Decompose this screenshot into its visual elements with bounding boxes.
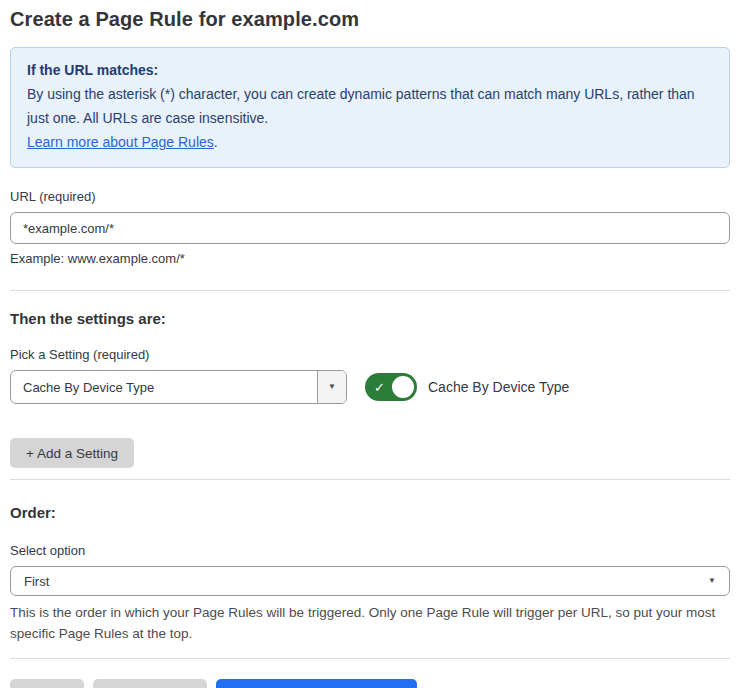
save-and-deploy-button[interactable]: Save and Deploy Page Rule [216, 679, 418, 688]
pick-setting-label: Pick a Setting (required) [10, 347, 730, 362]
order-helper-text: This is the order in which your Page Rul… [10, 602, 726, 644]
url-example-helper: Example: www.example.com/* [10, 251, 730, 266]
footer-divider [10, 658, 730, 659]
link-period: . [214, 134, 218, 150]
url-input[interactable] [10, 212, 730, 244]
add-setting-button[interactable]: + Add a Setting [10, 438, 134, 468]
toggle-knob [390, 374, 416, 400]
order-select-label: Select option [10, 543, 730, 558]
setting-select-value: Cache By Device Type [11, 371, 317, 403]
order-select-value: First [24, 574, 708, 589]
cache-by-device-toggle[interactable]: ✓ [365, 373, 417, 401]
check-icon: ✓ [374, 381, 385, 394]
section-divider [10, 290, 730, 291]
url-matches-info-box: If the URL matches: By using the asteris… [10, 47, 730, 168]
chevron-down-icon: ▼ [328, 383, 336, 391]
chevron-down-icon: ▼ [708, 577, 716, 585]
order-select[interactable]: First ▼ [10, 566, 730, 596]
save-as-draft-button[interactable]: Save as Draft [93, 679, 207, 688]
info-box-heading: If the URL matches: [27, 58, 713, 82]
setting-select-arrow-button[interactable]: ▼ [317, 371, 346, 403]
toggle-label: Cache By Device Type [428, 379, 569, 395]
order-section-heading: Order: [10, 504, 730, 521]
info-box-body: By using the asterisk (*) character, you… [27, 82, 713, 130]
info-box-link-line: Learn more about Page Rules. [27, 130, 713, 154]
page-title: Create a Page Rule for example.com [10, 8, 730, 31]
cancel-button[interactable]: Cancel [10, 679, 84, 688]
url-field-label: URL (required) [10, 189, 730, 204]
footer-buttons: Cancel Save as Draft Save and Deploy Pag… [10, 679, 730, 688]
settings-section-heading: Then the settings are: [10, 310, 730, 327]
learn-more-link[interactable]: Learn more about Page Rules [27, 134, 214, 150]
page-rule-form: Create a Page Rule for example.com If th… [0, 0, 750, 688]
setting-row: Cache By Device Type ▼ ✓ Cache By Device… [10, 370, 730, 404]
setting-select[interactable]: Cache By Device Type ▼ [10, 370, 347, 404]
section-divider [10, 479, 730, 480]
